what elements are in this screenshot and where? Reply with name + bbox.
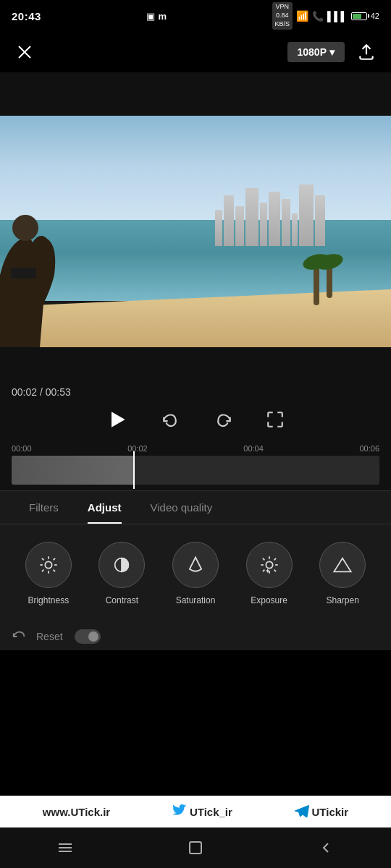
current-time: 00:02 (12, 386, 37, 398)
forward-icon (214, 410, 232, 429)
bottom-nav (0, 827, 391, 868)
brightness-icon (38, 555, 59, 575)
sharpen-icon (332, 555, 353, 575)
building (315, 195, 325, 246)
contrast-tool[interactable]: Contrast (93, 542, 151, 605)
tab-adjust-label: Adjust (88, 501, 122, 514)
play-button[interactable] (101, 404, 133, 435)
watermark-bar: www.UTick.ir UTick_ir UTickir (0, 796, 391, 827)
building (245, 188, 258, 246)
svg-line-12 (53, 558, 54, 560)
quality-selector[interactable]: 1080P ▾ (287, 42, 345, 62)
timeline-progress (12, 456, 133, 485)
status-icons: VPN 0.84 KB/S 📶 📞 ▌▌▌ 42 (272, 2, 379, 29)
saturation-icon (185, 555, 206, 575)
quality-label: 1080P (298, 46, 327, 58)
battery-tip (368, 14, 369, 18)
wifi-icon: 📶 (296, 10, 308, 22)
watermark-twitter-text: UTick_ir (190, 806, 232, 818)
palm-area (314, 262, 332, 305)
tab-video-quality[interactable]: Video quality (136, 491, 227, 524)
fullscreen-icon (266, 410, 285, 429)
total-time: 00:53 (46, 386, 71, 398)
building (269, 192, 280, 246)
close-icon (16, 43, 33, 61)
saturation-circle (172, 542, 219, 588)
building (215, 210, 222, 246)
person-silhouette (0, 203, 72, 347)
dark-bottom-area (0, 347, 391, 383)
building (282, 199, 290, 246)
close-button[interactable] (12, 39, 38, 65)
toolbar-right: 1080P ▾ (287, 39, 379, 65)
skyline (215, 181, 391, 246)
watermark-telegram-text: UTickir (312, 806, 349, 818)
fullscreen-button[interactable] (261, 405, 290, 434)
watermark-website: www.UTick.ir (43, 806, 110, 818)
battery-icon (351, 12, 367, 20)
media-icon: m (158, 11, 167, 22)
reset-label: Reset (36, 631, 63, 642)
svg-line-13 (42, 570, 43, 571)
brightness-tool[interactable]: Brightness (20, 542, 77, 605)
contrast-icon (112, 555, 132, 575)
telegram-icon (295, 804, 309, 819)
rewind-button[interactable] (156, 405, 185, 434)
svg-line-11 (53, 570, 54, 571)
svg-line-23 (263, 570, 264, 571)
watermark-website-text: www.UTick.ir (43, 806, 110, 818)
top-toolbar: 1080P ▾ (0, 32, 391, 72)
sharpen-tool[interactable]: Sharpen (314, 542, 371, 605)
saturation-label: Saturation (176, 595, 216, 605)
palm-tree (327, 262, 332, 298)
exposure-circle (246, 542, 293, 588)
brightness-label: Brightness (28, 595, 69, 605)
rewind-icon (161, 410, 180, 429)
video-scene (0, 116, 391, 347)
nav-home-button[interactable] (180, 832, 211, 864)
svg-rect-3 (11, 268, 36, 278)
battery-level: 42 (371, 12, 379, 20)
time-display: 00:02 / 00:53 (12, 383, 379, 398)
time-mark-0: 00:00 (12, 444, 32, 453)
status-bar: 20:43 ▣ m VPN 0.84 KB/S 📶 📞 ▌▌▌ 42 (0, 0, 391, 32)
svg-rect-30 (190, 842, 201, 854)
building (292, 213, 298, 246)
timeline-marks: 00:00 00:02 00:04 00:06 (12, 444, 379, 453)
tab-adjust[interactable]: Adjust (73, 491, 136, 524)
sharpen-label: Sharpen (326, 595, 358, 605)
signal-icon: ▌▌▌ (327, 11, 348, 22)
time-mark-2: 00:04 (243, 444, 264, 453)
exposure-tool[interactable]: Exposure (240, 542, 298, 605)
exposure-label: Exposure (251, 595, 287, 605)
contrast-circle (98, 542, 145, 588)
forward-button[interactable] (209, 405, 237, 434)
watermark-twitter: UTick_ir (172, 804, 232, 819)
building (235, 206, 244, 246)
person-icon (0, 203, 72, 347)
tabs-section: Filters Adjust Video quality (0, 490, 391, 524)
reset-icon (12, 629, 28, 644)
building (224, 195, 234, 246)
nav-back-button[interactable] (310, 832, 342, 864)
timeline-track[interactable] (12, 456, 379, 485)
nav-menu-button[interactable] (49, 832, 81, 864)
svg-point-15 (266, 561, 272, 568)
export-button[interactable] (353, 39, 379, 65)
playback-section: 00:02 / 00:53 (0, 383, 391, 441)
tabs-row: Filters Adjust Video quality (0, 491, 391, 524)
building (299, 184, 314, 246)
tab-filters[interactable]: Filters (14, 491, 73, 524)
svg-point-2 (12, 215, 38, 241)
quality-arrow: ▾ (329, 46, 335, 58)
svg-point-5 (45, 561, 51, 568)
timeline-cursor (133, 451, 135, 489)
adjust-section: Brightness Contrast Saturation (0, 524, 391, 617)
reset-toggle[interactable] (75, 629, 101, 644)
playback-controls (12, 398, 379, 441)
svg-marker-4 (112, 412, 125, 427)
watermark-telegram: UTickir (295, 804, 349, 819)
battery-fill (353, 14, 362, 19)
saturation-tool[interactable]: Saturation (167, 542, 224, 605)
reset-row: Reset (0, 617, 391, 650)
